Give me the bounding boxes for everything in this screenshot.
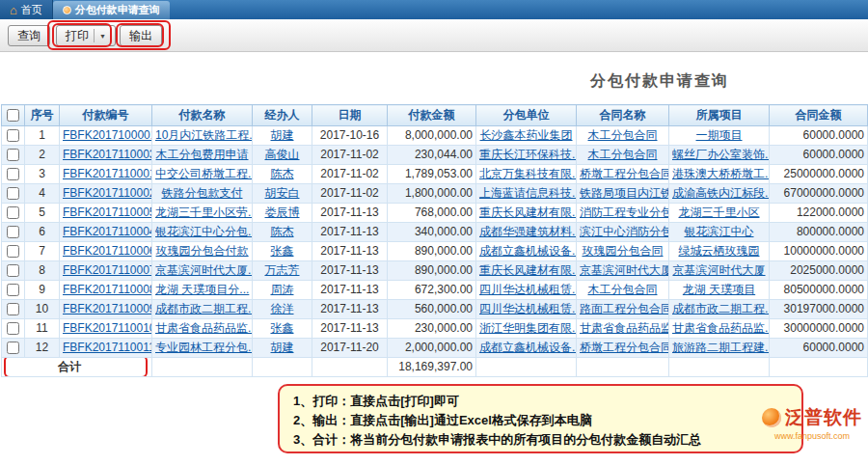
- table-row: 3FBFK2017110001中交公司桥墩工程...陈杰2017-11-021,…: [2, 165, 868, 184]
- tab-subcontract-payment-query[interactable]: 分包付款申请查询: [53, 1, 170, 19]
- project-link[interactable]: 甘肃省食品药品监...: [672, 321, 770, 335]
- project-link[interactable]: 港珠澳大桥桥墩工...: [672, 167, 770, 180]
- unit-link[interactable]: 长沙鑫本药业集团: [480, 128, 573, 142]
- payment-code-link[interactable]: FBFK2017110010: [63, 321, 152, 335]
- payment-code-link[interactable]: FBFK2017110005: [63, 205, 152, 219]
- project-link[interactable]: 银花滨江中心: [685, 225, 754, 238]
- row-checkbox[interactable]: [7, 168, 19, 180]
- payment-code-link[interactable]: FBFK2017110003: [63, 148, 152, 161]
- cell-amount: 1,789,053.00: [388, 165, 476, 184]
- payment-name-link[interactable]: 铁路分包款支付: [162, 186, 243, 200]
- cell-amount: 230,000.00: [388, 319, 476, 339]
- row-checkbox[interactable]: [7, 264, 19, 277]
- unit-link[interactable]: 四川华达机械租赁...: [479, 283, 577, 296]
- row-checkbox[interactable]: [7, 129, 19, 142]
- payment-name-link[interactable]: 甘肃省食品药品监...: [155, 321, 253, 335]
- select-all-checkbox[interactable]: [7, 109, 19, 122]
- contract-link[interactable]: 甘肃省食品药品监...: [580, 321, 669, 335]
- agent-link[interactable]: 娄辰博: [265, 205, 300, 219]
- payment-name-link[interactable]: 龙湖 天璞项目分...: [155, 283, 249, 296]
- agent-link[interactable]: 张鑫: [271, 321, 294, 335]
- payment-name-link[interactable]: 玫瑰园分包合付款: [156, 244, 249, 258]
- contract-link[interactable]: 木工分包合同: [588, 128, 658, 142]
- agent-link[interactable]: 徐洋: [271, 302, 294, 315]
- payment-code-link[interactable]: FBFK2017110001: [63, 167, 152, 180]
- payment-code-link[interactable]: FBFK2017100001: [63, 128, 152, 142]
- payment-name-link[interactable]: 京基滨河时代大厦...: [155, 263, 253, 277]
- agent-link[interactable]: 周涛: [271, 283, 294, 296]
- agent-link[interactable]: 高俊山: [265, 148, 300, 161]
- payment-name-link[interactable]: 中交公司桥墩工程...: [155, 167, 253, 180]
- agent-link[interactable]: 胡安白: [265, 186, 300, 200]
- project-link[interactable]: 螺丝厂办公室装饰...: [672, 148, 770, 161]
- unit-link[interactable]: 成都华强建筑材料...: [479, 225, 577, 238]
- payment-name-link[interactable]: 10月内江铁路工程...: [155, 128, 253, 142]
- unit-link[interactable]: 上海蓝请信息科技...: [479, 186, 577, 200]
- payment-name-link[interactable]: 银花滨江中心分包...: [155, 225, 253, 238]
- agent-link-cell: 周涛: [253, 281, 312, 300]
- agent-link[interactable]: 胡建: [271, 341, 294, 354]
- payment-code-link[interactable]: FBFK2017110011: [63, 341, 152, 354]
- payment-name-link-cell: 铁路分包款支付: [152, 184, 253, 204]
- payment-name-link[interactable]: 木工分包费用申请: [156, 148, 249, 161]
- unit-link[interactable]: 重庆长江环保科技...: [479, 148, 577, 161]
- agent-link[interactable]: 张鑫: [271, 244, 294, 258]
- payment-name-link[interactable]: 成都市政二期工程...: [155, 302, 253, 315]
- row-checkbox[interactable]: [7, 149, 19, 161]
- project-link[interactable]: 一期项目: [696, 128, 743, 142]
- row-checkbox[interactable]: [7, 226, 19, 238]
- brand-url: www.fanpusoft.com: [760, 431, 864, 441]
- print-dropdown-caret[interactable]: ▼: [94, 29, 106, 42]
- agent-link[interactable]: 胡建: [271, 128, 294, 142]
- unit-link[interactable]: 北京万集科技有限...: [479, 167, 577, 180]
- payment-code-link[interactable]: FBFK2017110004: [63, 225, 152, 238]
- payment-name-link[interactable]: 龙湖三千里小区劳...: [155, 205, 253, 219]
- project-link[interactable]: 绿城云栖玫瑰园: [679, 244, 760, 258]
- project-link[interactable]: 龙湖 天璞项目: [683, 283, 755, 296]
- contract-link[interactable]: 桥墩工程分包合同: [580, 341, 669, 354]
- contract-link[interactable]: 滨江中心消防分包...: [580, 225, 669, 238]
- query-button[interactable]: 查询: [8, 25, 50, 46]
- contract-link[interactable]: 木工分包合同: [588, 283, 658, 296]
- unit-link[interactable]: 四川华达机械租赁...: [479, 302, 577, 315]
- export-button[interactable]: 输出: [120, 25, 162, 46]
- project-link[interactable]: 成都市政二期工程...: [672, 302, 770, 315]
- unit-link[interactable]: 重庆长风建材有限...: [479, 263, 577, 277]
- contract-link[interactable]: 路面工程分包合同: [580, 302, 669, 315]
- contract-link[interactable]: 京基滨河时代大厦...: [580, 263, 669, 277]
- unit-link[interactable]: 浙江华明集团有限...: [479, 321, 577, 335]
- project-link[interactable]: 成渝高铁内江标段...: [672, 186, 770, 200]
- row-checkbox[interactable]: [7, 245, 19, 258]
- unit-link[interactable]: 重庆长风建材有限...: [479, 205, 577, 219]
- print-button[interactable]: 打印 ▼: [56, 25, 116, 46]
- contract-link[interactable]: 消防工程专业分包...: [580, 205, 669, 219]
- project-link[interactable]: 旅游路二期工程建...: [672, 341, 770, 354]
- payment-code-link[interactable]: FBFK2017110009: [63, 302, 152, 315]
- agent-link[interactable]: 陈杰: [271, 167, 294, 180]
- payment-code-link[interactable]: FBFK2017110008: [63, 283, 152, 296]
- agent-link-cell: 徐洋: [253, 300, 312, 319]
- row-checkbox[interactable]: [7, 342, 19, 354]
- row-checkbox[interactable]: [7, 187, 19, 200]
- tab-home[interactable]: ⌂ 首页: [0, 0, 53, 19]
- payment-code-link[interactable]: FBFK2017110007: [63, 263, 152, 277]
- cell-contract-amount: 30197000.0000: [770, 300, 868, 319]
- payment-name-link[interactable]: 专业园林工程分包...: [155, 341, 253, 354]
- row-checkbox[interactable]: [7, 284, 19, 296]
- agent-link[interactable]: 万志芳: [265, 263, 300, 277]
- payment-code-link[interactable]: FBFK2017110002: [63, 186, 152, 200]
- row-checkbox[interactable]: [7, 322, 19, 335]
- unit-link[interactable]: 成都立鑫机械设备...: [479, 244, 577, 258]
- contract-link[interactable]: 木工分包合同: [588, 148, 658, 161]
- project-link[interactable]: 京基滨河时代大厦: [673, 263, 766, 277]
- contract-link[interactable]: 铁路局项目内江铁...: [580, 186, 669, 200]
- row-checkbox[interactable]: [7, 206, 19, 219]
- unit-link[interactable]: 成都立鑫机械设备...: [479, 341, 577, 354]
- project-link[interactable]: 龙湖三千里小区: [679, 205, 760, 219]
- tab-page-icon: [63, 6, 71, 14]
- row-checkbox[interactable]: [7, 303, 19, 315]
- agent-link[interactable]: 陈杰: [271, 225, 294, 238]
- payment-code-link[interactable]: FBFK2017110006: [63, 244, 152, 258]
- contract-link[interactable]: 玫瑰园分包合同: [583, 244, 664, 258]
- contract-link[interactable]: 桥墩工程分包合同: [580, 167, 669, 180]
